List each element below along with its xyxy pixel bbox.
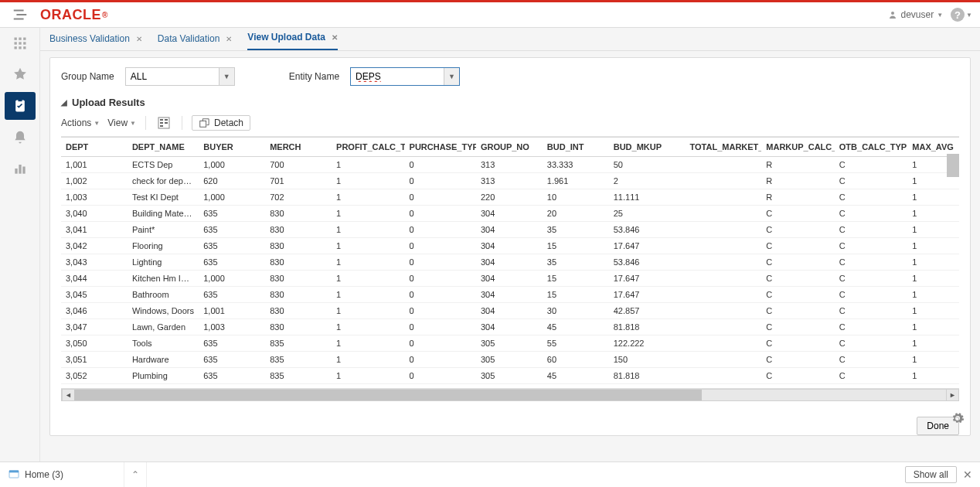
table-row[interactable]: 3,051Hardware6358351030560150CC1 (61, 352, 959, 368)
cell: 0 (405, 238, 476, 254)
nav-apps-icon[interactable] (0, 28, 40, 59)
table-row[interactable]: 3,043Lighting635830103043553.846CC1 (61, 254, 959, 271)
cell: 0 (405, 319, 476, 335)
table-row[interactable]: 3,040Building Materials635830103042025CC… (61, 206, 959, 222)
table-row[interactable]: 3,047Lawn, Garden1,003830103044581.818CC… (61, 319, 959, 335)
menu-toggle-icon[interactable] (0, 6, 40, 23)
column-header[interactable]: TOTAL_MARKET_/ (686, 138, 762, 157)
table-row[interactable]: 3,045Bathroom635830103041517.647CC1 (61, 287, 959, 303)
cell: 3,046 (61, 303, 128, 319)
cell: 33.333 (543, 157, 609, 173)
cell: 830 (265, 222, 332, 238)
close-icon[interactable]: ✕ (136, 35, 142, 43)
cell: 0 (405, 287, 476, 303)
svg-rect-18 (165, 122, 168, 124)
cell: C (761, 222, 835, 238)
cell: 20 (543, 206, 609, 222)
taskbar-close-icon[interactable]: ✕ (963, 468, 972, 481)
table-row[interactable]: 1,002check for deps v…620701103131.9612R… (61, 173, 959, 189)
view-menu[interactable]: View ▼ (107, 117, 136, 128)
cell: C (835, 254, 908, 271)
table-row[interactable]: 1,003Test KI Dept1,000702102201011.111RC… (61, 189, 959, 206)
cell: 304 (476, 222, 543, 238)
table-row[interactable]: 3,052Plumbing635835103054581.818CC1 (61, 368, 959, 384)
group-name-input[interactable] (126, 68, 219, 85)
tab-view-upload-data[interactable]: View Upload Data✕ (247, 28, 337, 50)
close-icon[interactable]: ✕ (332, 33, 338, 42)
table-row[interactable]: 3,046Windows, Doors1,001830103043042.857… (61, 303, 959, 319)
cell: 81.818 (609, 319, 686, 335)
group-name-label: Group Name (61, 71, 114, 82)
column-header[interactable]: DEPT (61, 138, 128, 157)
cell: 1,001 (199, 303, 265, 319)
column-header[interactable]: DEPT_NAME (128, 138, 199, 157)
horizontal-scrollbar[interactable]: ◄ ► (61, 389, 959, 401)
nav-star-icon[interactable] (0, 59, 40, 90)
cell: 830 (265, 303, 332, 319)
entity-name-input[interactable] (351, 68, 444, 85)
cell: 60 (543, 352, 609, 368)
table-row[interactable]: 3,041Paint*635830103043553.846CC1 (61, 222, 959, 238)
cell: C (761, 319, 835, 335)
group-name-combo[interactable]: ▼ (125, 67, 235, 86)
column-header[interactable]: PROFIT_CALC_TY (332, 138, 405, 157)
cell: 635 (199, 222, 265, 238)
collapse-icon[interactable]: ◢ (61, 98, 67, 107)
column-header[interactable]: OTB_CALC_TYPE (835, 138, 908, 157)
cell: Tools (128, 335, 199, 352)
left-nav (0, 28, 40, 461)
column-header[interactable]: PURCHASE_TYPE (405, 138, 476, 157)
table-row[interactable]: 3,044Kitchen Hm Imp …1,000830103041517.6… (61, 271, 959, 287)
cell: 81.818 (609, 368, 686, 384)
table-row[interactable]: 3,050Tools6358351030555122.222CC1 (61, 335, 959, 352)
nav-reports-icon[interactable] (0, 153, 40, 184)
tab-business-validation[interactable]: Business Validation✕ (49, 29, 142, 50)
cell: C (835, 189, 908, 206)
column-header[interactable]: MERCH (265, 138, 332, 157)
chevron-down-icon[interactable]: ▼ (219, 68, 234, 85)
cell: 1 (907, 287, 959, 303)
cell: Building Materials (128, 206, 199, 222)
column-header[interactable]: GROUP_NO (476, 138, 543, 157)
cell: 1 (907, 335, 959, 352)
cell: 3,040 (61, 206, 128, 222)
help-menu[interactable]: ? ▼ (951, 8, 972, 22)
column-header[interactable]: BUD_MKUP (609, 138, 686, 157)
show-all-button[interactable]: Show all (905, 466, 957, 483)
table-row[interactable]: 1,001ECTS Dep1,0007001031333.33350RC1 (61, 157, 959, 173)
cell: Lighting (128, 254, 199, 271)
user-menu[interactable]: devuser ▼ (888, 9, 943, 20)
cell: 42.857 (609, 303, 686, 319)
table-row[interactable]: 3,042Flooring635830103041517.647CC1 (61, 238, 959, 254)
entity-name-combo[interactable]: ▼ (350, 67, 460, 86)
chevron-down-icon[interactable]: ▼ (444, 68, 459, 85)
column-header[interactable]: BUYER (199, 138, 265, 157)
cell: 17.647 (609, 271, 686, 287)
cell: 1 (332, 271, 405, 287)
taskbar-expand[interactable]: ⌃ (124, 462, 147, 487)
grid-options-icon[interactable] (155, 114, 172, 131)
column-header[interactable]: BUD_INT (543, 138, 609, 157)
cell: 1,003 (61, 189, 128, 206)
cell: 0 (405, 335, 476, 352)
tab-data-validation[interactable]: Data Validation✕ (158, 29, 233, 50)
cell: 304 (476, 254, 543, 271)
data-grid: DEPTDEPT_NAMEBUYERMERCHPROFIT_CALC_TYPUR… (61, 137, 959, 389)
cell: C (835, 352, 908, 368)
chevron-down-icon: ▼ (937, 12, 943, 19)
scrollbar-thumb[interactable] (74, 390, 702, 400)
settings-icon[interactable] (951, 411, 965, 427)
actions-menu[interactable]: Actions ▼ (61, 117, 100, 128)
close-icon[interactable]: ✕ (226, 35, 232, 43)
scroll-left-icon[interactable]: ◄ (62, 390, 74, 400)
column-header[interactable]: MARKUP_CALC_T (761, 138, 835, 157)
vertical-scrollbar-thumb[interactable] (947, 154, 959, 177)
cell: 835 (265, 368, 332, 384)
nav-tasks-icon[interactable] (5, 92, 36, 120)
nav-bell-icon[interactable] (0, 122, 40, 153)
scroll-right-icon[interactable]: ► (946, 390, 958, 400)
cell: 313 (476, 157, 543, 173)
taskbar-home[interactable]: Home (3) (8, 468, 124, 481)
detach-button[interactable]: Detach (192, 115, 250, 131)
cell (686, 157, 762, 173)
